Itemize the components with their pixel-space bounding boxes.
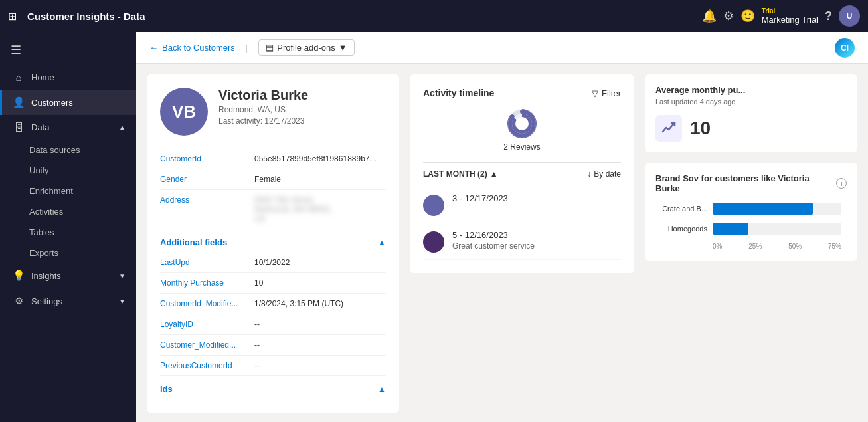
- ids-title: Ids: [160, 384, 173, 394]
- bar-row-1: Homegoods: [661, 223, 841, 235]
- sidebar-insights-label: Insights: [31, 271, 112, 281]
- user-avatar[interactable]: U: [839, 5, 860, 27]
- field-row-previous-customerid: PreviousCustomerId --: [160, 356, 386, 376]
- monthly-purchase-value: 10: [254, 278, 386, 288]
- loyaltyid-value: --: [254, 320, 386, 329]
- settings-nav-icon: ⚙: [13, 295, 25, 307]
- brand-card: Brand Sov for customers like Victoria Bu…: [645, 163, 857, 261]
- data-icon: 🗄: [13, 122, 25, 133]
- activity-panel-header: Activity timeline ▽ Filter: [423, 88, 621, 98]
- grid-icon[interactable]: ⊞: [8, 10, 17, 23]
- sidebar-data-sources-label: Data sources: [29, 145, 80, 155]
- lastupd-value: 10/1/2022: [254, 258, 386, 267]
- bar-track-0: [713, 203, 841, 215]
- additional-fields-title: Additional fields: [160, 237, 227, 247]
- sidebar-item-enrichment[interactable]: Enrichment: [0, 181, 136, 201]
- by-date-button[interactable]: ↓ By date: [587, 169, 621, 179]
- sidebar: ☰ ⌂ Home 👤 Customers 🗄 Data ▲ Data sourc…: [0, 32, 136, 422]
- activity-dot-1: [423, 231, 444, 253]
- field-row-monthly-purchase: Monthly Purchase 10: [160, 273, 386, 294]
- timeline-donut-icon: [507, 109, 537, 138]
- last-month-label: LAST MONTH (2): [423, 169, 487, 179]
- bar-label-0: Crate and B...: [661, 205, 707, 213]
- gender-value: Female: [254, 175, 386, 184]
- address-value: 5000 Title Street,Redmond, WA 98052,US: [254, 195, 386, 223]
- brand-title-text: Brand Sov for customers like Victoria Bu…: [655, 173, 836, 193]
- sidebar-item-exports[interactable]: Exports: [0, 243, 136, 263]
- profile-addon-icon: ▤: [266, 43, 274, 53]
- trial-label: Trial: [762, 7, 776, 15]
- brand-info-icon[interactable]: i: [836, 178, 847, 189]
- sidebar-settings-label: Settings: [31, 296, 112, 306]
- previous-customerid-label: PreviousCustomerId: [160, 361, 246, 370]
- sidebar-customers-label: Customers: [31, 98, 126, 108]
- loyaltyid-label: LoyaltyID: [160, 320, 246, 329]
- bar-row-0: Crate and B...: [661, 203, 841, 215]
- sidebar-item-customers[interactable]: 👤 Customers: [0, 90, 136, 115]
- settings-icon[interactable]: ⚙: [723, 9, 734, 23]
- sidebar-item-settings[interactable]: ⚙ Settings ▼: [0, 288, 136, 314]
- back-label: Back to Customers: [162, 43, 235, 53]
- activity-score-1: 5 - 12/16/2023: [452, 230, 535, 240]
- sidebar-item-data[interactable]: 🗄 Data ▲: [0, 115, 136, 140]
- last-month-button[interactable]: LAST MONTH (2) ▲: [423, 169, 498, 179]
- sidebar-item-activities[interactable]: Activities: [0, 201, 136, 222]
- topbar: ⊞ Customer Insights - Data 🔔 ⚙ 🙂 Trial M…: [0, 0, 868, 32]
- review-count-label: 2 Reviews: [503, 142, 540, 152]
- filter-button[interactable]: ▽ Filter: [592, 88, 621, 98]
- profile-addon-button[interactable]: ▤ Profile add-ons ▼: [258, 39, 354, 56]
- monthly-purchase-label: Monthly Purchase: [160, 278, 246, 288]
- field-row-customerid: CustomerId 055e8517899d5ef8f19861889b7..…: [160, 149, 386, 169]
- hamburger-icon[interactable]: ☰: [0, 37, 136, 62]
- customer-location: Redmond, WA, US: [218, 105, 386, 114]
- topbar-right: 🔔 ⚙ 🙂 Trial Marketing Trial ? U: [702, 5, 860, 27]
- customers-icon: 👤: [13, 96, 25, 108]
- activity-info-0: 3 - 12/17/2023: [452, 193, 508, 203]
- bar-fill-0: [713, 203, 813, 215]
- additional-fields-chevron-icon[interactable]: ▲: [378, 238, 386, 247]
- sidebar-home-label: Home: [31, 72, 126, 82]
- alert-icon[interactable]: 🔔: [702, 9, 717, 23]
- customer-modified-label: Customer_Modified...: [160, 340, 246, 350]
- ids-chevron-icon[interactable]: ▲: [378, 385, 386, 394]
- brand-chart: Crate and B... Homegoods 0: [655, 203, 847, 250]
- insights-chevron-icon: ▼: [119, 272, 126, 280]
- smiley-icon[interactable]: 🙂: [740, 9, 755, 23]
- sidebar-activities-label: Activities: [29, 207, 63, 217]
- customer-info: Victoria Burke Redmond, WA, US Last acti…: [218, 88, 386, 126]
- bar-fill-1: [713, 223, 748, 235]
- activity-info-1: 5 - 12/16/2023 Great customer service: [452, 230, 535, 251]
- by-date-label: By date: [594, 169, 621, 179]
- insights-icon: 💡: [13, 270, 25, 282]
- sidebar-item-insights[interactable]: 💡 Insights ▼: [0, 263, 136, 288]
- content-area: ← Back to Customers | ▤ Profile add-ons …: [136, 32, 868, 422]
- sidebar-enrichment-label: Enrichment: [29, 186, 73, 196]
- field-row-lastupd: LastUpd 10/1/2022: [160, 253, 386, 273]
- svg-point-2: [515, 117, 529, 130]
- trial-info: Trial Marketing Trial: [762, 7, 818, 25]
- sidebar-item-data-sources[interactable]: Data sources: [0, 140, 136, 160]
- sidebar-item-unify[interactable]: Unify: [0, 160, 136, 181]
- sidebar-tables-label: Tables: [29, 227, 54, 237]
- gender-label: Gender: [160, 175, 246, 184]
- metric-trend-icon: [655, 115, 682, 142]
- sidebar-item-home[interactable]: ⌂ Home: [0, 65, 136, 90]
- main-layout: ☰ ⌂ Home 👤 Customers 🗄 Data ▲ Data sourc…: [0, 32, 868, 422]
- brand-title: Brand Sov for customers like Victoria Bu…: [655, 173, 847, 193]
- activity-item-1: 5 - 12/16/2023 Great customer service: [423, 223, 621, 260]
- timeline-summary: 2 Reviews: [423, 109, 621, 152]
- sidebar-item-tables[interactable]: Tables: [0, 222, 136, 243]
- ids-section-header: Ids ▲: [160, 384, 386, 394]
- activity-dot-0: [423, 195, 444, 216]
- field-row-address: Address 5000 Title Street,Redmond, WA 98…: [160, 190, 386, 229]
- back-arrow-icon: ←: [149, 43, 158, 53]
- help-icon[interactable]: ?: [825, 9, 832, 23]
- field-row-gender: Gender Female: [160, 169, 386, 190]
- back-to-customers-button[interactable]: ← Back to Customers: [149, 43, 235, 53]
- axis-75pct: 75%: [828, 243, 841, 250]
- customerid-modified-label: CustomerId_Modifie...: [160, 299, 246, 308]
- settings-chevron-icon: ▼: [119, 298, 126, 305]
- field-row-customer-modified: Customer_Modified... --: [160, 335, 386, 356]
- bar-axis: 0% 25% 50% 75%: [661, 243, 841, 250]
- sidebar-data-label: Data: [31, 122, 112, 132]
